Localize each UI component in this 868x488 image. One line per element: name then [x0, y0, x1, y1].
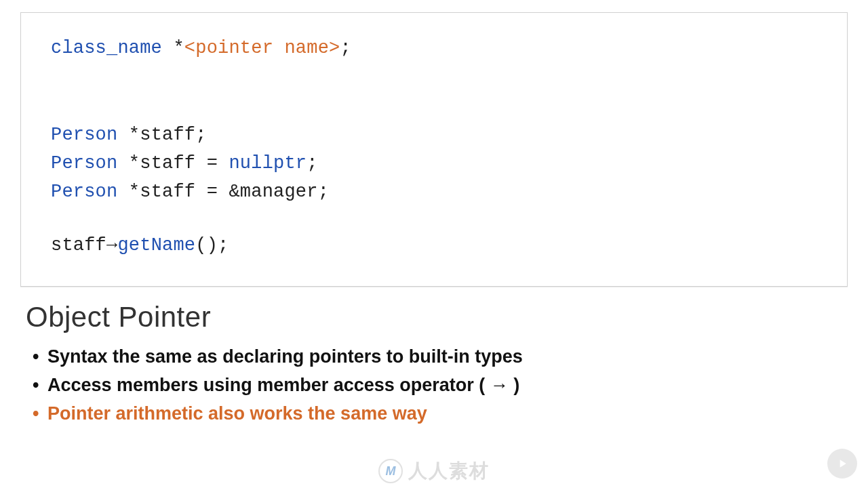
code-token: class_name	[51, 38, 162, 58]
code-line-1: class_name *<pointer name>;	[51, 35, 817, 63]
code-token: Person	[51, 182, 117, 202]
code-token: *staff =	[117, 153, 229, 174]
code-token: getName	[117, 235, 195, 256]
watermark-badge-icon: M	[378, 459, 403, 483]
code-token: *staff = &manager;	[117, 182, 329, 202]
section-title: Object Pointer	[26, 301, 868, 333]
spacer	[51, 206, 817, 232]
code-token: Person	[51, 125, 117, 145]
code-line-4: Person *staff = &manager;	[51, 178, 817, 207]
play-icon	[827, 449, 857, 479]
bullet-list: Syntax the same as declaring pointers to…	[33, 343, 868, 428]
code-token: *	[162, 38, 184, 58]
code-token: ();	[195, 235, 229, 256]
watermark: M 人人素材	[378, 458, 490, 484]
code-block: class_name *<pointer name>; Person *staf…	[20, 12, 848, 287]
bullet-item-highlighted: Pointer arithmetic also works the same w…	[33, 400, 868, 428]
code-token: *staff;	[117, 125, 206, 145]
divider	[20, 287, 848, 287]
code-line-2: Person *staff;	[51, 121, 817, 150]
code-token: <pointer name>	[184, 38, 340, 58]
code-token: nullptr	[229, 153, 307, 174]
code-line-3: Person *staff = nullptr;	[51, 150, 817, 178]
play-triangle-icon	[835, 457, 849, 470]
code-token: ;	[340, 38, 351, 58]
bullet-item: Syntax the same as declaring pointers to…	[33, 343, 868, 371]
code-token: staff→	[51, 235, 117, 256]
code-line-5: staff→getName();	[51, 232, 817, 260]
watermark-text: 人人素材	[408, 458, 490, 484]
code-token: ;	[307, 153, 317, 174]
bullet-item: Access members using member access opera…	[33, 371, 868, 400]
spacer	[51, 63, 817, 121]
code-token: Person	[51, 153, 117, 174]
